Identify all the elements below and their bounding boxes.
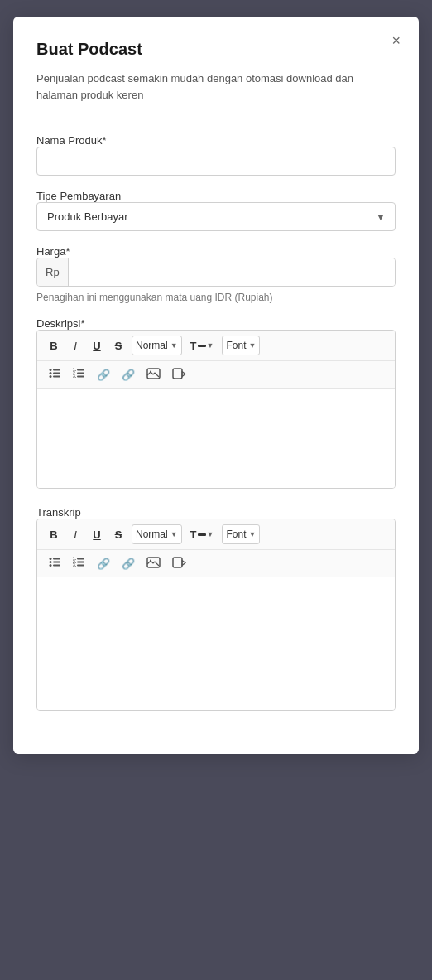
deskripsi-bold-button[interactable]: B [44,336,64,355]
svg-point-19 [50,564,52,567]
transkrip-italic-button[interactable]: I [65,524,85,544]
deskripsi-image-button[interactable] [142,364,166,384]
transkrip-textcolor-button[interactable]: T ▼ [185,524,219,544]
image-icon [146,557,161,571]
transkrip-heading-select[interactable]: Normal ▼ [132,524,182,544]
nama-produk-input[interactable] [36,147,396,176]
text-color-indicator [198,345,206,347]
deskripsi-unlink-button[interactable]: 🔗 [117,364,140,384]
svg-point-4 [50,375,52,378]
svg-rect-11 [77,376,84,378]
deskripsi-heading-select[interactable]: Normal ▼ [132,336,182,355]
transkrip-link-button[interactable]: 🔗 [92,553,115,573]
svg-text:3.: 3. [73,562,77,567]
svg-text:3.: 3. [73,374,77,379]
list-unordered-icon [49,557,61,570]
svg-rect-1 [53,369,60,371]
video-icon [172,557,186,571]
close-button[interactable]: × [391,33,401,48]
deskripsi-toolbar-row2: 1. 2. 3. 🔗 🔗 [37,361,395,389]
transkrip-bold-button[interactable]: B [44,524,64,544]
transkrip-font-select[interactable]: Font ▼ [222,524,260,544]
transkrip-content-area[interactable] [37,577,395,710]
chevron-down-icon: ▼ [170,530,178,538]
video-icon [172,368,186,382]
transkrip-underline-button[interactable]: U [87,524,107,544]
svg-rect-7 [77,369,84,371]
modal-container: Buat Podcast × Penjualan podcast semakin… [13,17,419,754]
svg-point-0 [50,369,52,371]
svg-rect-18 [53,562,60,563]
modal-title: Buat Podcast [36,40,396,59]
deskripsi-underline-button[interactable]: U [87,336,107,355]
svg-rect-16 [53,558,60,560]
svg-point-13 [150,370,151,372]
unlink-icon: 🔗 [122,558,135,570]
modal-overlay: Buat Podcast × Penjualan podcast semakin… [0,0,432,980]
transkrip-unlink-button[interactable]: 🔗 [117,553,140,573]
tipe-pembayaran-select-wrapper: Produk Berbayar Produk Gratis ▼ [36,202,396,231]
harga-input-wrapper: Rp [36,258,396,287]
transkrip-unordered-list-button[interactable] [44,553,66,573]
deskripsi-textcolor-button[interactable]: T ▼ [185,336,219,355]
deskripsi-unordered-list-button[interactable] [44,364,66,384]
svg-rect-20 [53,565,60,567]
link-icon: 🔗 [97,558,110,570]
divider [36,118,396,118]
deskripsi-strike-button[interactable]: S [108,336,128,355]
chevron-down-icon: ▼ [207,341,214,350]
svg-rect-14 [173,369,182,379]
transkrip-video-button[interactable] [167,553,191,573]
svg-rect-9 [77,373,84,374]
transkrip-image-button[interactable] [142,553,166,573]
svg-rect-24 [77,562,84,563]
svg-rect-26 [77,565,84,567]
transkrip-ordered-list-button[interactable]: 1. 2. 3. [68,553,90,573]
deskripsi-editor: B I U S Normal ▼ T ▼ Font ▼ [36,330,396,489]
transkrip-strike-button[interactable]: S [108,524,128,544]
svg-rect-22 [77,558,84,560]
svg-rect-5 [53,376,60,378]
deskripsi-video-button[interactable] [167,364,191,384]
list-ordered-icon: 1. 2. 3. [73,368,85,381]
deskripsi-link-button[interactable]: 🔗 [92,364,115,384]
unlink-icon: 🔗 [122,369,135,381]
deskripsi-font-select[interactable]: Font ▼ [222,336,260,355]
tipe-pembayaran-select[interactable]: Produk Berbayar Produk Gratis [36,202,396,231]
chevron-down-icon: ▼ [248,530,256,538]
nama-produk-field: Nama Produk* [36,133,396,189]
deskripsi-content-area[interactable] [37,389,395,488]
svg-point-15 [50,558,52,560]
chevron-down-icon: ▼ [207,530,214,538]
chevron-down-icon: ▼ [170,341,178,350]
harga-label: Harga* [36,245,70,258]
list-unordered-icon [49,368,61,381]
nama-produk-label: Nama Produk* [36,134,107,147]
modal-description: Penjualan podcast semakin mudah dengan o… [36,70,396,103]
deskripsi-italic-button[interactable]: I [65,336,85,355]
deskripsi-toolbar-row1: B I U S Normal ▼ T ▼ Font ▼ [37,331,395,361]
tipe-pembayaran-field: Tipe Pembayaran Produk Berbayar Produk G… [36,189,396,231]
svg-point-2 [50,372,52,374]
svg-rect-29 [173,558,182,567]
list-ordered-icon: 1. 2. 3. [73,557,85,570]
harga-prefix: Rp [37,258,69,286]
image-icon [146,368,161,382]
transkrip-label: Transkrip [36,506,81,519]
deskripsi-ordered-list-button[interactable]: 1. 2. 3. [68,364,90,384]
transkrip-toolbar-row1: B I U S Normal ▼ T ▼ Font ▼ [37,519,395,550]
svg-point-28 [150,559,151,561]
svg-rect-3 [53,373,60,374]
harga-input[interactable] [69,258,395,286]
transkrip-toolbar-row2: 1. 2. 3. 🔗 🔗 [37,550,395,577]
tipe-pembayaran-label: Tipe Pembayaran [36,190,121,202]
text-color-indicator [198,533,206,536]
transkrip-field: Transkrip B I U S Normal ▼ T ▼ [36,505,396,711]
transkrip-editor: B I U S Normal ▼ T ▼ Font ▼ [36,519,396,711]
chevron-down-icon: ▼ [248,341,256,350]
harga-field: Harga* Rp Penagihan ini menggunakan mata… [36,244,396,303]
deskripsi-field: Deskripsi* B I U S Normal ▼ T ▼ [36,316,396,489]
deskripsi-label: Deskripsi* [36,317,85,330]
link-icon: 🔗 [97,369,110,381]
svg-point-17 [50,561,52,563]
